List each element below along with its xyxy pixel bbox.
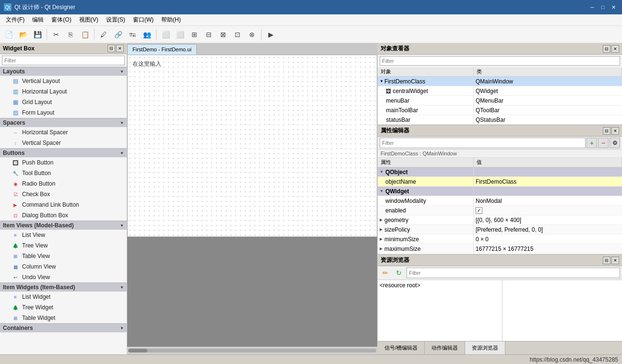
prop-settings-btn[interactable]: ⚙ [610, 138, 620, 148]
layout-v-split-button[interactable]: ⊡ [231, 28, 244, 41]
tree-row[interactable]: menuBar QMenuBar [378, 96, 622, 106]
list-item[interactable]: ≡ List View [0, 230, 127, 240]
tree-row[interactable]: mainToolBar QToolBar [378, 106, 622, 115]
object-inspector-float-btn[interactable]: ⊟ [603, 45, 610, 53]
prop-row[interactable]: ▶sizePolicy [Preferred, Preferred, 0, 0] [378, 225, 622, 235]
list-item[interactable]: ▦ Column View [0, 261, 127, 272]
list-item[interactable]: ↩ Undo View [0, 272, 127, 282]
widget-box-close-btn[interactable]: ✕ [116, 45, 124, 52]
form-scrollbar-h[interactable] [127, 347, 377, 354]
qobject-expand-icon[interactable]: ▼ [380, 170, 383, 174]
maximize-button[interactable]: □ [598, 3, 608, 12]
list-item[interactable]: 🌲 Tree View [0, 240, 127, 251]
form-canvas[interactable]: 在这里输入 [127, 55, 377, 237]
qwidget-expand-icon[interactable]: ▼ [380, 189, 383, 193]
list-item[interactable]: ⊡ Dialog Button Box [0, 210, 127, 221]
close-button[interactable]: ✕ [609, 3, 618, 12]
menu-window[interactable]: 窗口(W) [129, 14, 157, 25]
resource-reload-btn[interactable]: ↻ [393, 267, 405, 279]
property-editor-float-btn[interactable]: ⊟ [603, 127, 610, 135]
prop-row[interactable]: objectName FirstDemoClass [378, 177, 622, 187]
category-item-views[interactable]: Item Views (Model-Based) ▼ [0, 221, 127, 230]
save-button[interactable]: 💾 [31, 28, 44, 41]
category-containers[interactable]: Containers ▼ [0, 323, 127, 332]
break-layout-button[interactable]: ⊗ [245, 28, 259, 41]
object-inspector-filter-input[interactable] [380, 56, 620, 66]
list-item[interactable]: ≡ List Widget [0, 292, 127, 302]
widget-filter-input[interactable] [2, 56, 125, 65]
prop-row[interactable]: enabled ✓ [378, 206, 622, 215]
category-item-widgets[interactable]: Item Widgets (Item-Based) ▼ [0, 282, 127, 292]
resource-browser-float-btn[interactable]: ⊟ [603, 257, 610, 264]
connect-mode-button[interactable]: 🔗 [111, 28, 125, 41]
prop-row[interactable]: ▶maximumSize 16777215 × 16777215 [378, 244, 622, 254]
tree-row[interactable]: ▼ FirstDemoClass QMainWindow [378, 77, 622, 86]
prop-row[interactable]: ▶geometry [{0, 0}, 600 × 400] [378, 215, 622, 225]
list-item[interactable]: ↔ Horizontal Spacer [0, 127, 127, 138]
enabled-checkbox[interactable]: ✓ [476, 207, 482, 214]
h-scroll-track[interactable] [128, 349, 376, 352]
tab-signal-editor[interactable]: 信号/槽编辑器 [378, 341, 425, 354]
layout-h-split-button[interactable]: ⊠ [216, 28, 230, 41]
layout-grid-button[interactable]: ⊞ [188, 28, 201, 41]
list-item[interactable]: 🔲 Push Button [0, 157, 127, 168]
resource-browser-close-btn[interactable]: ✕ [611, 257, 619, 264]
list-item[interactable]: ▦ Grid Layout [0, 97, 127, 107]
resource-filter-input[interactable] [407, 268, 620, 278]
category-spacers[interactable]: Spacers ▼ [0, 118, 127, 127]
geometry-expand-icon[interactable]: ▶ [380, 218, 383, 222]
menu-help[interactable]: 帮助(H) [157, 14, 185, 25]
property-filter-input[interactable] [380, 138, 586, 148]
open-button[interactable]: 📂 [16, 28, 30, 41]
prop-add-btn[interactable]: + [586, 138, 597, 148]
tree-row[interactable]: 🖼 centralWidget QWidget [378, 86, 622, 96]
maxsize-expand-icon[interactable]: ▶ [380, 247, 383, 251]
resource-edit-btn[interactable]: ✏ [380, 267, 391, 279]
layout-v-button[interactable]: ⬜ [173, 28, 187, 41]
paste-button[interactable]: 📋 [78, 28, 92, 41]
list-item[interactable]: 🌲 Tree Widget [0, 302, 127, 313]
preview-button[interactable]: ▶ [264, 28, 277, 41]
list-item[interactable]: ☑ Check Box [0, 189, 127, 200]
list-item[interactable]: ↕ Vertical Spacer [0, 138, 127, 148]
tab-resource-browser[interactable]: 资源浏览器 [465, 341, 505, 354]
tree-row[interactable]: statusBar QStatusBar [378, 115, 622, 125]
prop-row[interactable]: ▶sizeIncrement 0 × 0 [378, 254, 622, 254]
resource-root-item[interactable]: <resource root> [380, 282, 420, 289]
menu-settings[interactable]: 设置(S) [102, 14, 129, 25]
category-layouts[interactable]: Layouts ▼ [0, 67, 127, 76]
prop-remove-btn[interactable]: − [598, 138, 609, 148]
list-item[interactable]: ⊞ Table Widget [0, 313, 127, 323]
menu-view[interactable]: 视图(V) [75, 14, 102, 25]
new-button[interactable]: 📄 [2, 28, 15, 41]
cut-button[interactable]: ✂ [49, 28, 63, 41]
list-item[interactable]: ⊞ Table View [0, 251, 127, 261]
list-item[interactable]: ▥ Horizontal Layout [0, 86, 127, 97]
object-inspector-close-btn[interactable]: ✕ [611, 45, 619, 53]
copy-button[interactable]: ⎘ [64, 28, 77, 41]
tab-order-button[interactable]: ⭾ [126, 28, 139, 41]
list-item[interactable]: ▧ Form Layout [0, 107, 127, 118]
buddy-button[interactable]: 👥 [140, 28, 154, 41]
list-item[interactable]: 🔧 Tool Button [0, 168, 127, 178]
widget-mode-button[interactable]: 🖊 [97, 28, 110, 41]
form-tab[interactable]: FirstDemo - FirstDemo.ui [127, 44, 197, 55]
property-editor-close-btn[interactable]: ✕ [611, 127, 619, 135]
category-buttons[interactable]: Buttons ▼ [0, 148, 127, 157]
prop-row[interactable]: windowModality NonModal [378, 196, 622, 206]
list-item[interactable]: ▶ Command Link Button [0, 200, 127, 210]
sizepolicy-expand-icon[interactable]: ▶ [380, 227, 383, 232]
tab-action-editor[interactable]: 动作编辑器 [425, 341, 465, 354]
h-scroll-thumb[interactable] [128, 349, 147, 352]
layout-h-button[interactable]: ⬜ [159, 28, 172, 41]
menu-form[interactable]: 窗体(O) [48, 14, 75, 25]
prop-row[interactable]: ▶minimumSize 0 × 0 [378, 235, 622, 244]
list-item[interactable]: ◉ Radio Button [0, 178, 127, 189]
minsize-expand-icon[interactable]: ▶ [380, 237, 383, 241]
minimize-button[interactable]: ─ [587, 3, 597, 12]
layout-form-button[interactable]: ⊟ [202, 28, 215, 41]
widget-box-float-btn[interactable]: ⊟ [108, 45, 115, 52]
title-bar-controls[interactable]: ─ □ ✕ [587, 3, 618, 12]
menu-file[interactable]: 文件(F) [2, 14, 28, 25]
list-item[interactable]: ▤ Vertical Layout [0, 76, 127, 86]
